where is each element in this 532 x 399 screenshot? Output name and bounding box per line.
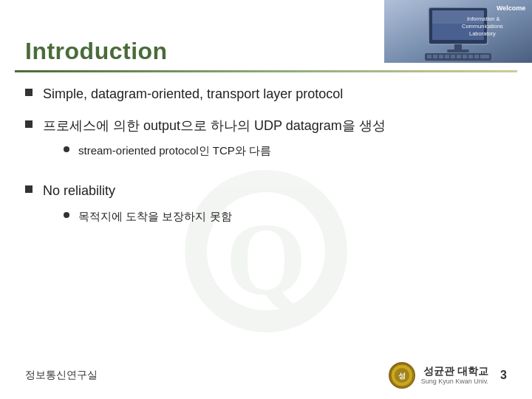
bullet-item-2: 프로세스에 의한 output으로 하나의 UDP datagram을 생성 s… — [25, 117, 507, 168]
sub-bullet-1: stream-oriented protocol인 TCP와 다름 — [64, 143, 386, 158]
header: Introduction — [0, 0, 532, 74]
bullet-text-1: Simple, datagram-oriented, transport lay… — [43, 85, 343, 103]
lab-image: Welcome Information & Communications Lab… — [384, 0, 532, 63]
svg-text:Welcome: Welcome — [497, 4, 525, 12]
bullet-square-3 — [25, 185, 33, 193]
bullet-square-1 — [25, 89, 33, 96]
footer-right: 성 성균관 대학교 Sung Kyun Kwan Univ. 3 — [389, 362, 507, 389]
svg-rect-4 — [454, 44, 462, 50]
sub-bullet-2: 목적지에 도착을 보장하지 못함 — [64, 208, 232, 224]
svg-rect-12 — [457, 55, 461, 58]
university-logo: 성 — [389, 362, 415, 389]
university-name: 성균관 대학교 Sung Kyun Kwan Univ. — [421, 365, 488, 385]
svg-rect-7 — [427, 55, 432, 58]
university-english: Sung Kyun Kwan Univ. — [421, 378, 488, 385]
logo-svg: 성 — [390, 364, 414, 387]
lab-svg: Welcome Information & Communications Lab… — [384, 0, 532, 63]
bullet-text-2: 프로세스에 의한 output으로 하나의 UDP datagram을 생성 — [43, 118, 386, 133]
bullet-item-1: Simple, datagram-oriented, transport lay… — [25, 85, 507, 103]
bullet-2-container: 프로세스에 의한 output으로 하나의 UDP datagram을 생성 s… — [43, 117, 386, 168]
content: Simple, datagram-oriented, transport lay… — [25, 85, 507, 248]
sub-bullet-text-2: 목적지에 도착을 보장하지 못함 — [78, 208, 232, 224]
page-number: 3 — [500, 369, 507, 382]
bullet-item-3: No reliability 목적지에 도착을 보장하지 못함 — [25, 182, 507, 233]
sub-bullet-circle-2 — [64, 212, 69, 218]
svg-text:성: 성 — [398, 372, 406, 380]
svg-rect-8 — [433, 55, 437, 58]
footer-lab-name: 정보통신연구실 — [25, 369, 98, 382]
svg-rect-16 — [480, 55, 489, 58]
svg-rect-9 — [439, 55, 443, 58]
svg-rect-10 — [445, 55, 449, 58]
svg-rect-13 — [463, 55, 467, 58]
university-korean: 성균관 대학교 — [421, 365, 488, 378]
sub-bullet-text-1: stream-oriented protocol인 TCP와 다름 — [78, 143, 271, 158]
header-divider — [15, 70, 517, 72]
bullet-text-3: No reliability — [43, 183, 115, 198]
slide-title: Introduction — [25, 38, 168, 64]
svg-text:Information &: Information & — [467, 16, 500, 22]
bullet-3-container: No reliability 목적지에 도착을 보장하지 못함 — [43, 182, 232, 233]
slide: Introduction — [0, 0, 532, 399]
lab-image-inner: Welcome Information & Communications Lab… — [384, 0, 532, 63]
svg-rect-5 — [447, 50, 469, 52]
bullet-square-2 — [25, 120, 33, 128]
svg-text:Communications: Communications — [462, 23, 503, 30]
footer: 정보통신연구실 성 성균관 대학교 Sung Kyun Kwan Univ. 3 — [0, 358, 532, 392]
sub-bullet-circle-1 — [64, 146, 69, 152]
svg-text:Laboratory: Laboratory — [469, 30, 496, 37]
svg-rect-11 — [451, 55, 455, 58]
svg-rect-14 — [468, 55, 473, 58]
svg-rect-15 — [474, 55, 479, 58]
